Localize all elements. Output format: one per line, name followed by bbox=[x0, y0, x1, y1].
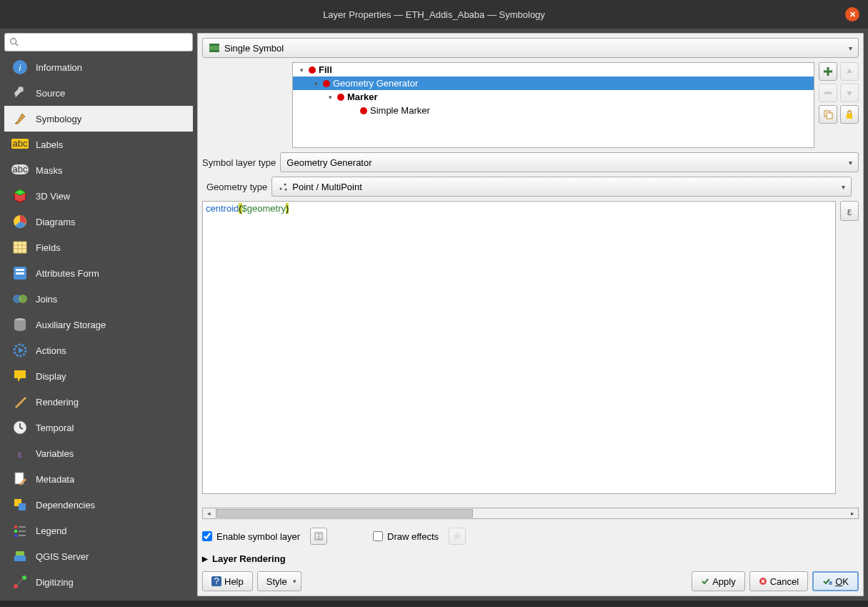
lock-layer-button[interactable] bbox=[840, 105, 859, 124]
expression-row: centroid($geometry) ε bbox=[202, 201, 859, 503]
draw-effects-checkbox[interactable] bbox=[373, 531, 383, 541]
collapse-icon[interactable]: ▾ bbox=[297, 66, 306, 74]
sidebar-item-label: Source bbox=[36, 88, 65, 99]
symbol-tree[interactable]: ▾ Fill ▾ Geometry Generator ▾ Marker bbox=[292, 62, 814, 148]
geometry-type-dropdown[interactable]: Point / MultiPoint bbox=[271, 177, 852, 197]
epsilon-icon: ε bbox=[847, 205, 852, 217]
expression-builder-button[interactable]: ε bbox=[840, 201, 859, 221]
scroll-thumb[interactable] bbox=[216, 509, 473, 518]
svg-rect-45 bbox=[847, 114, 852, 119]
duplicate-layer-button[interactable] bbox=[819, 105, 837, 124]
sidebar-item-symbology[interactable]: Symbology bbox=[4, 106, 193, 132]
symbol-layer-type-dropdown[interactable]: Geometry Generator bbox=[280, 152, 859, 172]
sidebar-item-label: 3D View bbox=[36, 191, 70, 202]
svg-rect-35 bbox=[14, 556, 26, 561]
sidebar-item-diagrams[interactable]: Diagrams bbox=[4, 209, 193, 235]
sidebar-item-label: Legend bbox=[36, 525, 66, 536]
scroll-left-icon[interactable]: ◂ bbox=[203, 510, 214, 517]
sidebar-item-legend[interactable]: Legend bbox=[4, 518, 193, 543]
data-defined-button[interactable] bbox=[310, 528, 327, 545]
arrow-down-icon bbox=[845, 89, 854, 97]
wrench-icon bbox=[11, 84, 29, 102]
sidebar-item-labels[interactable]: abc Labels bbox=[4, 132, 193, 157]
sidebar-item-masks[interactable]: abc Masks bbox=[4, 157, 193, 183]
help-button[interactable]: ? Help bbox=[202, 571, 253, 591]
tree-item-fill[interactable]: ▾ Fill bbox=[293, 63, 814, 77]
window-title: Layer Properties — ETH_Addis_Ababa — Sym… bbox=[323, 9, 545, 20]
tree-item-simple-marker[interactable]: Simple Marker bbox=[293, 104, 814, 117]
remove-layer-button[interactable] bbox=[819, 84, 837, 102]
effects-button[interactable] bbox=[449, 528, 466, 545]
collapse-icon[interactable]: ▾ bbox=[326, 94, 334, 101]
tree-label: Marker bbox=[347, 92, 378, 102]
search-icon bbox=[9, 37, 19, 47]
tree-item-geometry-generator[interactable]: ▾ Geometry Generator bbox=[293, 77, 814, 90]
epsilon-icon: ε bbox=[11, 445, 29, 462]
sidebar-item-rendering[interactable]: Rendering bbox=[4, 389, 193, 415]
cancel-button[interactable]: Cancel bbox=[749, 571, 808, 591]
scroll-right-icon[interactable]: ▸ bbox=[847, 510, 858, 517]
single-symbol-icon bbox=[209, 42, 220, 54]
style-button[interactable]: Style ▾ bbox=[257, 571, 301, 591]
sidebar-item-label: Labels bbox=[36, 139, 63, 150]
tree-item-marker[interactable]: ▾ Marker bbox=[293, 90, 814, 104]
svg-rect-9 bbox=[14, 242, 26, 253]
sidebar-item-joins[interactable]: Joins bbox=[4, 286, 193, 312]
svg-line-1 bbox=[16, 44, 19, 46]
expression-token-fn: centroid bbox=[206, 203, 239, 214]
sidebar-item-3dview[interactable]: 3D View bbox=[4, 183, 193, 209]
cancel-icon bbox=[759, 577, 767, 586]
svg-rect-28 bbox=[19, 503, 26, 510]
apply-label: Apply bbox=[712, 576, 736, 587]
ok-button[interactable]: OOKK bbox=[812, 571, 859, 591]
editor-horizontal-scrollbar[interactable]: ◂ ▸ bbox=[202, 508, 859, 519]
renderer-dropdown[interactable]: Single Symbol bbox=[202, 38, 859, 58]
sidebar-item-variables[interactable]: ε Variables bbox=[4, 440, 193, 466]
svg-rect-29 bbox=[14, 525, 17, 528]
point-icon bbox=[278, 182, 288, 192]
sidebar-item-label: Auxiliary Storage bbox=[36, 320, 106, 330]
symbol-layer-type-label: Symbol layer type bbox=[202, 157, 276, 168]
sidebar-item-label: Symbology bbox=[36, 114, 81, 124]
tree-label: Fill bbox=[319, 64, 332, 75]
sidebar-item-auxiliary-storage[interactable]: Auxiliary Storage bbox=[4, 312, 193, 337]
sidebar-item-label: Metadata bbox=[36, 474, 74, 485]
search-input[interactable] bbox=[24, 37, 188, 48]
move-up-button[interactable] bbox=[840, 62, 859, 81]
sidebar-item-source[interactable]: Source bbox=[4, 80, 193, 106]
legend-icon bbox=[11, 522, 29, 539]
search-box[interactable] bbox=[4, 33, 193, 51]
sidebar-item-actions[interactable]: Actions bbox=[4, 337, 193, 363]
info-icon: i bbox=[11, 59, 29, 76]
sidebar-item-label: Attributes Form bbox=[36, 268, 99, 279]
add-layer-button[interactable] bbox=[819, 62, 837, 81]
sidebar-item-information[interactable]: i Information bbox=[4, 54, 193, 80]
star-icon bbox=[452, 531, 462, 541]
layer-rendering-section[interactable]: ▶ Layer Rendering bbox=[202, 553, 859, 564]
sidebar-item-digitizing[interactable]: Digitizing bbox=[4, 569, 193, 595]
draw-effects-label: Draw effects bbox=[387, 531, 439, 542]
sidebar-item-dependencies[interactable]: Dependencies bbox=[4, 492, 193, 518]
sidebar-item-temporal[interactable]: Temporal bbox=[4, 415, 193, 440]
data-defined-icon bbox=[314, 531, 324, 541]
sidebar-item-qgis-server[interactable]: QGIS Server bbox=[4, 543, 193, 569]
svg-rect-36 bbox=[16, 551, 24, 556]
style-label: Style bbox=[266, 576, 287, 587]
svg-line-39 bbox=[16, 578, 24, 586]
masks-icon: abc bbox=[11, 162, 29, 179]
sidebar-item-label: Diagrams bbox=[36, 217, 76, 227]
collapse-icon[interactable]: ▾ bbox=[311, 80, 320, 87]
enable-symbol-layer-checkbox[interactable] bbox=[202, 531, 212, 541]
expression-editor[interactable]: centroid($geometry) bbox=[202, 201, 836, 494]
sidebar-item-display[interactable]: Display bbox=[4, 363, 193, 389]
sidebar-item-metadata[interactable]: Metadata bbox=[4, 466, 193, 492]
geometry-type-value: Point / MultiPoint bbox=[292, 182, 362, 192]
move-down-button[interactable] bbox=[840, 84, 859, 102]
sidebar-item-fields[interactable]: Fields bbox=[4, 235, 193, 260]
close-button[interactable]: ✕ bbox=[845, 7, 859, 21]
pie-icon bbox=[11, 213, 29, 230]
enable-symbol-layer-label: Enable symbol layer bbox=[216, 531, 300, 542]
svg-text:abc: abc bbox=[13, 164, 28, 174]
apply-button[interactable]: Apply bbox=[692, 571, 745, 591]
sidebar-item-attributes-form[interactable]: Attributes Form bbox=[4, 260, 193, 286]
